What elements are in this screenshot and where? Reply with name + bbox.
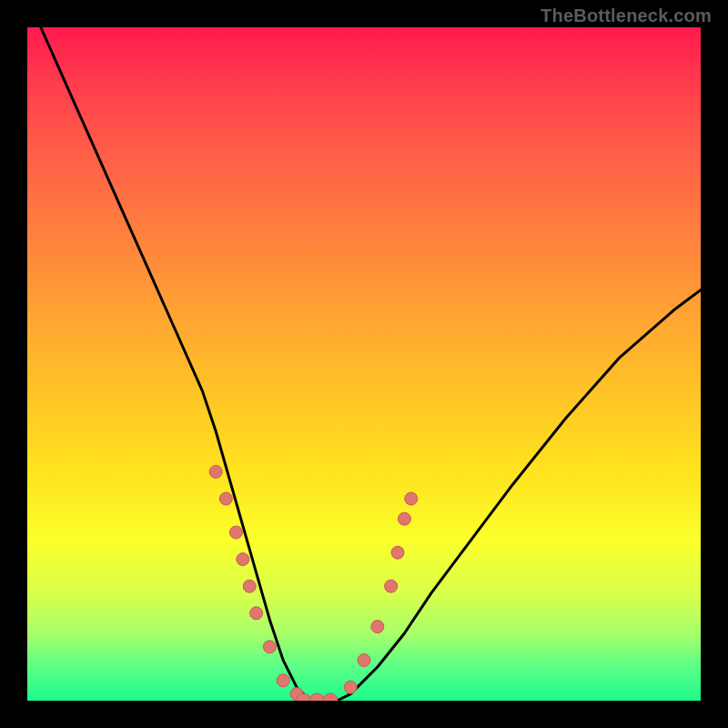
data-marker (391, 546, 404, 559)
data-marker (371, 621, 384, 633)
data-marker (229, 526, 242, 539)
data-marker (309, 693, 324, 701)
chart-svg (27, 27, 701, 701)
bottleneck-curve (41, 27, 701, 701)
data-marker (405, 492, 418, 505)
attribution-text: TheBottleneck.com (541, 5, 712, 26)
curve-layer (41, 27, 701, 701)
data-marker (344, 681, 357, 693)
data-marker (243, 580, 256, 592)
marker-layer (209, 465, 418, 701)
data-marker (263, 641, 276, 653)
data-marker (385, 580, 398, 592)
data-marker (277, 674, 289, 687)
data-marker (237, 553, 249, 566)
data-marker (358, 654, 370, 667)
data-marker (219, 492, 232, 505)
data-marker (250, 607, 263, 620)
data-marker (209, 465, 222, 478)
data-marker (398, 512, 410, 525)
chart-frame: TheBottleneck.com (0, 0, 728, 728)
data-marker (323, 693, 338, 701)
